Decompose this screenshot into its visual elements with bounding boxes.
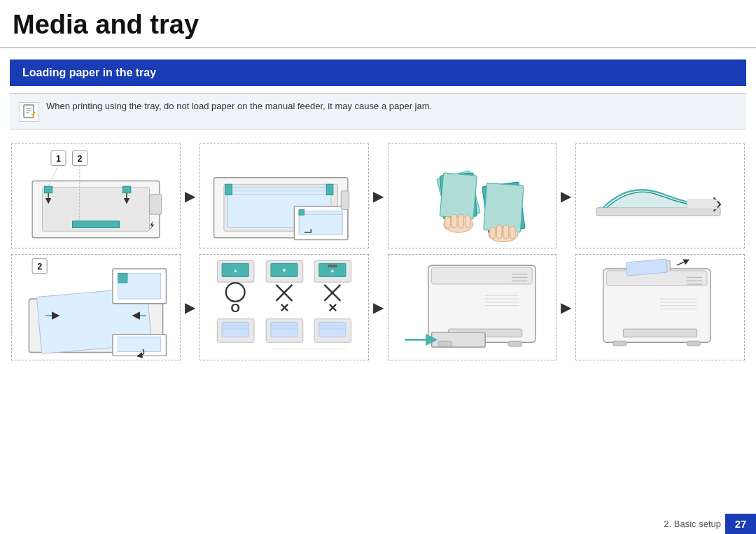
svg-rect-32: [445, 216, 451, 228]
svg-rect-13: [149, 195, 161, 215]
diagram-cell-r2c4: [575, 254, 745, 360]
svg-rect-22: [326, 184, 333, 195]
svg-rect-55: [118, 274, 127, 283]
svg-rect-108: [624, 329, 697, 337]
svg-rect-7: [122, 186, 130, 193]
svg-text:2: 2: [37, 262, 42, 272]
diagram-cell-r2c2: ▲ ▼ ▲ O: [200, 254, 369, 360]
svg-rect-37: [484, 183, 524, 232]
arrow-3: ▶: [558, 188, 574, 204]
arrow-6: ▶: [558, 299, 574, 316]
section-header: Loading paper in the tray: [10, 59, 746, 86]
arrow-4: ▶: [182, 299, 198, 316]
diagram-cell-r1c2: [200, 143, 369, 248]
svg-text:▲: ▲: [232, 267, 238, 274]
diagram-cell-r2c1: 2 1 2: [11, 254, 181, 360]
svg-rect-96: [439, 341, 452, 346]
svg-text:✕: ✕: [327, 301, 337, 315]
diagram-row-1: 1 2 ▶: [10, 143, 746, 248]
svg-rect-41: [503, 225, 509, 239]
svg-rect-33: [452, 214, 458, 227]
svg-rect-42: [510, 227, 516, 239]
footer-page-badge: 27: [725, 514, 756, 534]
note-text: When printing using the tray, do not loa…: [46, 101, 432, 111]
arrow-2: ▶: [370, 188, 386, 204]
diagram-cell-r1c1: 1 2: [11, 143, 181, 248]
arrow-1: ▶: [182, 188, 198, 204]
diagram-cell-r1c3: [388, 143, 557, 248]
arrow-5: ▶: [370, 299, 386, 316]
svg-rect-57: [118, 337, 160, 352]
diagram-cell-r1c4: [575, 143, 745, 248]
footer: 2. Basic setup 27: [664, 514, 756, 534]
svg-rect-6: [44, 186, 52, 193]
svg-rect-97: [509, 341, 522, 346]
svg-text:O: O: [230, 301, 239, 315]
svg-rect-21: [225, 184, 232, 195]
svg-rect-81: [270, 323, 297, 337]
svg-rect-44: [687, 199, 717, 209]
page-title: Media and tray: [0, 0, 756, 48]
svg-rect-77: [222, 323, 248, 337]
footer-section-label: 2. Basic setup: [664, 519, 725, 529]
note-icon: [20, 102, 39, 122]
svg-rect-26: [299, 210, 304, 216]
diagram-row-2: 2 1 2: [10, 254, 746, 360]
svg-rect-70: [328, 265, 337, 267]
svg-rect-35: [465, 216, 471, 227]
svg-text:2: 2: [77, 154, 82, 164]
svg-rect-0: [24, 105, 34, 118]
svg-rect-27: [341, 191, 349, 210]
svg-text:▲: ▲: [330, 267, 335, 274]
svg-rect-85: [318, 323, 345, 337]
svg-rect-114: [687, 341, 700, 346]
svg-rect-90: [432, 267, 532, 284]
diagrams-area: 1 2 ▶: [0, 136, 756, 373]
svg-point-61: [225, 283, 244, 302]
svg-rect-40: [497, 225, 503, 239]
svg-rect-113: [613, 341, 626, 346]
svg-rect-34: [458, 214, 464, 227]
svg-rect-8: [72, 221, 119, 228]
note-box: When printing using the tray, do not loa…: [10, 93, 746, 129]
svg-text:✕: ✕: [279, 301, 289, 315]
svg-text:▼: ▼: [281, 267, 287, 274]
svg-rect-39: [490, 227, 496, 238]
svg-rect-30: [440, 173, 477, 219]
diagram-cell-r2c3: [388, 254, 557, 360]
svg-text:1: 1: [56, 154, 61, 164]
